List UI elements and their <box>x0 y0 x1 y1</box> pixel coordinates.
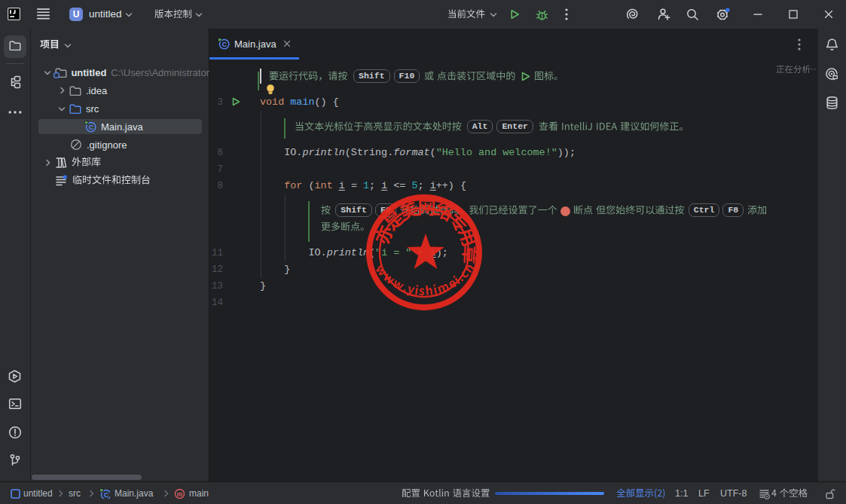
svg-text:m: m <box>177 490 183 498</box>
svg-text:C: C <box>104 491 109 499</box>
svg-text:C: C <box>222 41 228 48</box>
svg-text:C: C <box>89 124 94 131</box>
